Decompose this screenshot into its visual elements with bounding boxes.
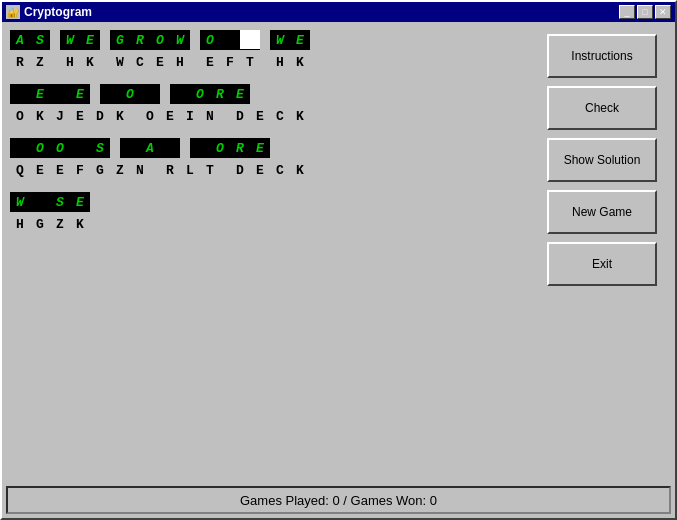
minimize-button[interactable]: _	[619, 5, 635, 19]
buttons-panel: Instructions Check Show Solution New Gam…	[547, 30, 667, 478]
puzzle-cipher-row-2: E E O	[10, 84, 539, 104]
word-o1-cipher: O	[200, 30, 260, 50]
word-eoe-cipher: E E	[10, 84, 90, 104]
word-ore2-plain: D E C K	[230, 160, 310, 180]
plain-cell: F	[70, 160, 90, 180]
window-title: Cryptogram	[24, 5, 92, 19]
plain-cell: Z	[110, 160, 130, 180]
plain-cell: F	[220, 52, 240, 72]
cipher-cell: O	[200, 30, 220, 50]
word-grow-plain: W C E H	[110, 52, 190, 72]
instructions-button[interactable]: Instructions	[547, 34, 657, 78]
plain-row: D E C K	[230, 160, 310, 180]
word-oos-plain: Q E E F G Z N	[10, 160, 150, 180]
plain-cell: Q	[10, 160, 30, 180]
cipher-cell: S	[50, 192, 70, 212]
puzzle-row-2: E E O	[10, 84, 539, 126]
plain-row: E F T	[200, 52, 260, 72]
cipher-cell: W	[170, 30, 190, 50]
cipher-cell: O	[120, 84, 140, 104]
cipher-cell: E	[230, 84, 250, 104]
cipher-blank	[10, 138, 30, 158]
close-button[interactable]: ✕	[655, 5, 671, 19]
plain-cell: D	[90, 106, 110, 126]
word-ore2-cipher: O R E	[190, 138, 270, 158]
exit-button[interactable]: Exit	[547, 242, 657, 286]
plain-row: O K J E D K	[10, 106, 130, 126]
cipher-blank	[220, 30, 240, 50]
puzzle-row-1: A S W E G R	[10, 30, 539, 72]
plain-row: H K	[60, 52, 100, 72]
app-icon: 🔐	[6, 5, 20, 19]
word-ore1: O R E	[170, 84, 250, 104]
cipher-cell: R	[230, 138, 250, 158]
plain-cell: C	[130, 52, 150, 72]
plain-cell: K	[80, 52, 100, 72]
plain-cell: T	[200, 160, 220, 180]
word-a1-plain: R L T	[160, 160, 220, 180]
cipher-cell: O	[50, 138, 70, 158]
plain-cell: G	[90, 160, 110, 180]
plain-row: R Z	[10, 52, 50, 72]
cipher-cell: O	[150, 30, 170, 50]
title-bar-left: 🔐 Cryptogram	[6, 5, 92, 19]
plain-cell: K	[70, 214, 90, 234]
plain-cell: R	[10, 52, 30, 72]
cipher-cell: S	[30, 30, 50, 50]
cipher-blank	[10, 84, 30, 104]
cipher-blank	[240, 30, 260, 50]
puzzle-row-3: O O S A	[10, 138, 539, 180]
puzzle-plain-row-4: H G Z K	[10, 214, 539, 234]
plain-cell: H	[170, 52, 190, 72]
word-o1-plain: E F T	[200, 52, 260, 72]
maximize-button[interactable]: □	[637, 5, 653, 19]
cipher-blank	[170, 84, 190, 104]
plain-cell: J	[50, 106, 70, 126]
cipher-blank	[120, 138, 140, 158]
word-we1-cipher: W E	[60, 30, 100, 50]
plain-cell: Z	[30, 52, 50, 72]
word-we1-plain: H K	[60, 52, 100, 72]
cipher-cell: S	[90, 138, 110, 158]
plain-cell: N	[130, 160, 150, 180]
puzzle-cipher-row-3: O O S A	[10, 138, 539, 158]
puzzle-plain-row-3: Q E E F G Z N R L	[10, 160, 539, 180]
plain-cell: O	[140, 106, 160, 126]
status-text: Games Played: 0 / Games Won: 0	[240, 493, 437, 508]
show-solution-button[interactable]: Show Solution	[547, 138, 657, 182]
plain-row: Q E E F G Z N	[10, 160, 150, 180]
plain-cell: T	[240, 52, 260, 72]
plain-cell: K	[110, 106, 130, 126]
cipher-cell: W	[60, 30, 80, 50]
plain-cell: N	[200, 106, 220, 126]
cipher-cell: A	[10, 30, 30, 50]
puzzle-plain-row-1: R Z H K W C	[10, 52, 539, 72]
plain-cell: E	[30, 160, 50, 180]
word-wse-plain: H G Z K	[10, 214, 90, 234]
word-oos: O O S	[10, 138, 110, 158]
word-oin-cipher: O	[100, 84, 160, 104]
check-button[interactable]: Check	[547, 86, 657, 130]
plain-row: H G Z K	[10, 214, 90, 234]
plain-row: R L T	[160, 160, 220, 180]
word-grow-cipher: G R O W	[110, 30, 190, 50]
word-as: A S	[10, 30, 50, 50]
plain-row: O E I N	[140, 106, 220, 126]
word-oin: O	[100, 84, 160, 104]
cipher-cell: R	[210, 84, 230, 104]
word-grow: G R O W	[110, 30, 190, 50]
plain-cell: E	[70, 106, 90, 126]
word-a1-cipher: A	[120, 138, 180, 158]
word-ore1-plain: D E C K	[230, 106, 310, 126]
puzzle-cipher-row-4: W S E	[10, 192, 539, 212]
cipher-cell: E	[80, 30, 100, 50]
word-ore2: O R E	[190, 138, 270, 158]
cipher-cell: E	[30, 84, 50, 104]
plain-cell: K	[290, 52, 310, 72]
cipher-cell: E	[70, 84, 90, 104]
cipher-blank	[50, 84, 70, 104]
cipher-cell: W	[270, 30, 290, 50]
plain-cell: H	[60, 52, 80, 72]
title-bar: 🔐 Cryptogram _ □ ✕	[2, 2, 675, 22]
new-game-button[interactable]: New Game	[547, 190, 657, 234]
